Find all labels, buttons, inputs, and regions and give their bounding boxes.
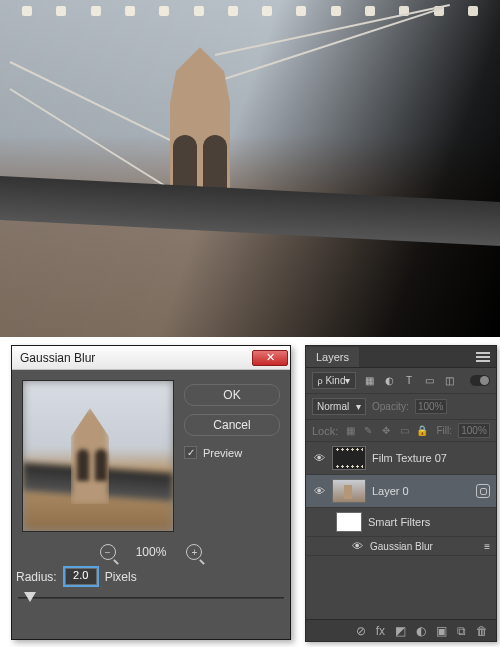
delete-layer-icon[interactable]: 🗑 <box>476 624 488 638</box>
visibility-icon[interactable]: 👁 <box>312 485 326 497</box>
dialog-titlebar[interactable]: Gaussian Blur ✕ <box>12 346 290 370</box>
opacity-label: Opacity: <box>372 401 409 412</box>
filter-adjust-icon[interactable]: ◐ <box>382 374 396 388</box>
layer-list: 👁 Film Texture 07 👁 Layer 0 Smart Filter… <box>306 442 496 619</box>
panel-menu-icon[interactable] <box>470 350 496 364</box>
filter-smart-icon[interactable]: ◫ <box>442 374 456 388</box>
filter-shape-icon[interactable]: ▭ <box>422 374 436 388</box>
new-layer-icon[interactable]: ⧉ <box>457 624 466 638</box>
preview-label: Preview <box>203 447 242 459</box>
gaussian-blur-dialog: Gaussian Blur ✕ OK Cancel ✓ Preview − 10… <box>11 345 291 640</box>
adjustment-layer-icon[interactable]: ◐ <box>416 624 426 638</box>
filter-pixel-icon[interactable]: ▦ <box>362 374 376 388</box>
lock-artboard-icon[interactable]: ▭ <box>398 425 410 437</box>
radius-slider[interactable] <box>18 589 284 607</box>
opacity-value[interactable]: 100% <box>415 399 447 414</box>
radius-label: Radius: <box>16 570 57 584</box>
filter-toggle[interactable] <box>470 375 490 386</box>
radius-unit: Pixels <box>105 570 137 584</box>
preview-checkbox-row[interactable]: ✓ Preview <box>184 446 280 459</box>
filter-type-icon[interactable]: T <box>402 374 416 388</box>
blend-mode-select[interactable]: Normal ▾ <box>312 398 366 415</box>
filter-mask-thumbnail[interactable] <box>336 512 362 532</box>
filter-kind-select[interactable]: ρ Kind ▾ <box>312 372 356 389</box>
layer-thumbnail[interactable] <box>332 446 366 470</box>
zoom-out-icon[interactable]: − <box>100 544 116 560</box>
zoom-in-icon[interactable]: + <box>186 544 202 560</box>
lock-pixels-icon[interactable]: ▦ <box>344 425 356 437</box>
cancel-button[interactable]: Cancel <box>184 414 280 436</box>
layers-panel: Layers ρ Kind ▾ ▦ ◐ T ▭ ◫ Normal ▾ Opaci… <box>305 345 497 642</box>
lock-brush-icon[interactable]: ✎ <box>362 425 374 437</box>
layer-style-icon[interactable]: fx <box>376 624 385 638</box>
smart-object-icon <box>476 484 490 498</box>
group-icon[interactable]: ▣ <box>436 624 447 638</box>
filter-preview[interactable] <box>22 380 174 532</box>
layer-thumbnail[interactable] <box>332 479 366 503</box>
fill-label: Fill: <box>436 425 452 436</box>
layer-mask-icon[interactable]: ◩ <box>395 624 406 638</box>
smart-filters-label: Smart Filters <box>368 516 490 528</box>
layer-name[interactable]: Film Texture 07 <box>372 452 490 464</box>
smart-filters-row[interactable]: Smart Filters <box>306 508 496 537</box>
lock-position-icon[interactable]: ✥ <box>380 425 392 437</box>
ok-button[interactable]: OK <box>184 384 280 406</box>
visibility-icon[interactable]: 👁 <box>312 452 326 464</box>
visibility-icon[interactable]: 👁 <box>350 540 364 552</box>
layer-item[interactable]: 👁 Film Texture 07 <box>306 442 496 475</box>
preview-checkbox[interactable]: ✓ <box>184 446 197 459</box>
link-layers-icon[interactable]: ⊘ <box>356 624 366 638</box>
slider-thumb[interactable] <box>24 592 36 602</box>
layer-name[interactable]: Layer 0 <box>372 485 470 497</box>
filter-options-icon[interactable]: ≡ <box>484 541 490 552</box>
close-button[interactable]: ✕ <box>252 350 288 366</box>
dialog-title: Gaussian Blur <box>20 351 252 365</box>
lock-label: Lock: <box>312 425 338 437</box>
layers-footer: ⊘ fx ◩ ◐ ▣ ⧉ 🗑 <box>306 619 496 641</box>
radius-input[interactable]: 2.0 <box>65 568 97 585</box>
tab-layers[interactable]: Layers <box>306 347 359 367</box>
fill-value[interactable]: 100% <box>458 423 490 438</box>
filter-name: Gaussian Blur <box>370 541 433 552</box>
filter-entry[interactable]: 👁 Gaussian Blur ≡ <box>306 537 496 556</box>
zoom-level: 100% <box>136 545 167 559</box>
document-canvas <box>0 0 500 337</box>
layer-item[interactable]: 👁 Layer 0 <box>306 475 496 508</box>
lock-all-icon[interactable]: 🔒 <box>416 425 428 437</box>
